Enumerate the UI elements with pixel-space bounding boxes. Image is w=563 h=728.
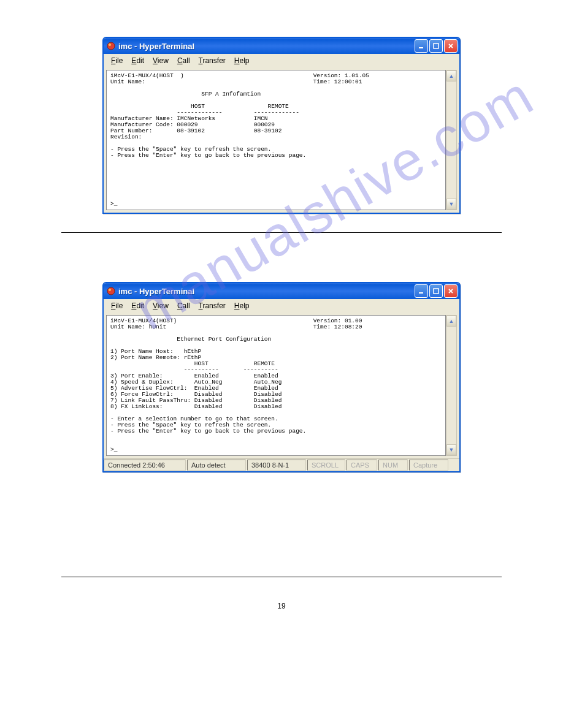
- svg-point-1: [109, 44, 111, 46]
- titlebar[interactable]: imc - HyperTerminal: [104, 283, 459, 299]
- close-button[interactable]: [444, 284, 458, 298]
- hyperterminal-window-2: imc - HyperTerminal File Edit View Call …: [102, 282, 461, 472]
- window-title: imc - HyperTerminal: [118, 42, 415, 51]
- menubar: File Edit View Call Transfer Help: [104, 54, 459, 67]
- status-scroll: SCROLL: [307, 460, 345, 471]
- hyperterminal-window-1: imc - HyperTerminal File Edit View Call …: [102, 37, 461, 214]
- status-connected: Connected 2:50:46: [104, 460, 186, 471]
- menu-view[interactable]: View: [149, 300, 172, 311]
- menubar: File Edit View Call Transfer Help: [104, 299, 459, 313]
- scrollbar[interactable]: ▲ ▼: [446, 315, 457, 455]
- minimize-button[interactable]: [415, 284, 428, 298]
- svg-rect-9: [434, 289, 439, 294]
- svg-rect-3: [434, 44, 439, 48]
- statusbar: Connected 2:50:46 Auto detect 38400 8-N-…: [104, 458, 459, 471]
- scroll-up-icon[interactable]: ▲: [446, 70, 456, 82]
- maximize-button[interactable]: [429, 284, 443, 298]
- scroll-track[interactable]: [446, 82, 456, 199]
- status-capture: Capture: [409, 460, 448, 471]
- status-caps: CAPS: [347, 460, 377, 471]
- menu-transfer[interactable]: Transfer: [195, 55, 229, 66]
- menu-transfer[interactable]: Transfer: [195, 300, 229, 311]
- scrollbar[interactable]: ▲ ▼: [446, 70, 457, 210]
- svg-rect-2: [419, 47, 423, 48]
- terminal-output[interactable]: iMcV-E1-MUX/4(HOST) Version: 01.00 Unit …: [106, 315, 446, 455]
- app-icon: [106, 41, 116, 51]
- svg-point-0: [107, 42, 115, 50]
- scroll-track[interactable]: [446, 327, 456, 444]
- terminal-output[interactable]: iMcV-E1-MUX/4(HOST ) Version: 1.01.05 Un…: [106, 70, 446, 210]
- svg-point-7: [109, 289, 111, 291]
- menu-file[interactable]: File: [107, 55, 126, 66]
- menu-help[interactable]: Help: [231, 55, 253, 66]
- scroll-up-icon[interactable]: ▲: [446, 316, 456, 327]
- menu-call[interactable]: Call: [174, 300, 194, 311]
- menu-edit[interactable]: Edit: [128, 55, 148, 66]
- maximize-button[interactable]: [429, 39, 443, 53]
- menu-file[interactable]: File: [107, 300, 126, 311]
- titlebar[interactable]: imc - HyperTerminal: [104, 38, 459, 54]
- divider: [61, 577, 502, 577]
- status-num: NUM: [378, 460, 408, 471]
- page-number: 19: [61, 602, 502, 610]
- svg-rect-8: [419, 292, 423, 294]
- status-connection: 38400 8-N-1: [247, 460, 306, 471]
- menu-call[interactable]: Call: [174, 55, 194, 66]
- divider: [61, 232, 502, 233]
- menu-view[interactable]: View: [149, 55, 172, 66]
- window-title: imc - HyperTerminal: [118, 287, 415, 296]
- minimize-button[interactable]: [415, 39, 428, 53]
- status-detect: Auto detect: [187, 460, 246, 471]
- svg-point-6: [107, 287, 115, 295]
- app-icon: [106, 286, 116, 296]
- menu-help[interactable]: Help: [231, 300, 253, 311]
- menu-edit[interactable]: Edit: [128, 300, 148, 311]
- scroll-down-icon[interactable]: ▼: [446, 444, 456, 455]
- close-button[interactable]: [444, 39, 458, 53]
- scroll-down-icon[interactable]: ▼: [446, 199, 456, 210]
